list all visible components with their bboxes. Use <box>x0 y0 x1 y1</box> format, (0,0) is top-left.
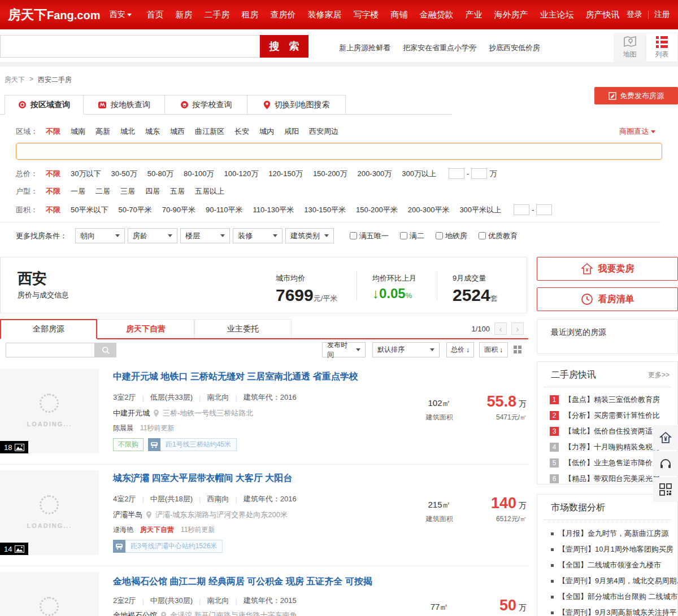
checkbox-five-years-unique[interactable]: 满五唯一 <box>350 231 389 241</box>
promo-link-new[interactable]: 新上房源抢鲜看 <box>339 43 390 53</box>
search-button[interactable]: 搜 索 <box>260 35 308 58</box>
community-link[interactable]: 中建开元城 <box>113 408 150 418</box>
grid-view-icon[interactable] <box>514 346 522 354</box>
district-option[interactable]: 咸阳 <box>284 126 299 137</box>
next-page-button[interactable]: › <box>511 322 524 335</box>
layout-option-unlimited[interactable]: 不限 <box>46 186 60 196</box>
keyword-filter-input[interactable] <box>6 343 95 357</box>
float-sell-house-button[interactable]: ¥ <box>653 425 678 450</box>
list-view-button[interactable]: 列表 <box>646 33 678 62</box>
price-option-unlimited[interactable]: 不限 <box>46 169 60 179</box>
community-link[interactable]: 金地褐石公馆 <box>113 610 157 616</box>
nav-item-news[interactable]: 房产快讯 <box>585 10 619 20</box>
district-option[interactable]: 城西 <box>170 126 185 137</box>
checkbox[interactable] <box>436 232 443 239</box>
market-item[interactable]: 【壹周刊】9月3周高新城东关注持平 <box>537 605 677 616</box>
district-option[interactable]: 城内 <box>259 126 274 137</box>
area-option[interactable]: 50平米以下 <box>71 205 108 215</box>
area-option[interactable]: 90-110平米 <box>206 205 243 215</box>
district-option[interactable]: 长安 <box>234 126 249 137</box>
area-max-input[interactable] <box>536 204 552 215</box>
tab-search-by-metro[interactable]: 按地铁查询 <box>84 95 165 115</box>
layout-option[interactable]: 五居 <box>170 186 185 196</box>
layout-option[interactable]: 三居 <box>120 186 135 196</box>
building-type-select[interactable]: 建筑类别 <box>285 228 334 243</box>
nav-item-overseas[interactable]: 海外房产 <box>494 10 528 20</box>
checkbox-near-metro[interactable]: 地铁房 <box>436 231 467 241</box>
news-item[interactable]: 2【分析】买房需要计算性价比 <box>537 408 677 423</box>
checkbox-quality-education[interactable]: 优质教育 <box>479 231 518 241</box>
area-option[interactable]: 50-70平米 <box>118 205 151 215</box>
floor-select[interactable]: 楼层 <box>180 228 230 243</box>
building-age-select[interactable]: 房龄 <box>128 228 177 243</box>
city-switcher[interactable]: 西安 <box>109 10 132 20</box>
listing-title[interactable]: 金地褐石公馆 曲江二期 经典两居 可公积金 现房 五证齐全 可按揭 <box>113 576 372 588</box>
listing-photo[interactable]: LOADING... 14 <box>0 470 99 555</box>
district-option[interactable]: 城南 <box>71 126 85 137</box>
orientation-select[interactable]: 朝向 <box>75 228 125 243</box>
price-option[interactable]: 50-80万 <box>147 169 173 179</box>
news-more-link[interactable]: 更多>> <box>648 370 670 380</box>
layout-option[interactable]: 五居以上 <box>195 186 224 196</box>
checkbox[interactable] <box>479 232 486 239</box>
checkbox-two-years[interactable]: 满二 <box>400 231 424 241</box>
tab-self-operated[interactable]: 房天下自营 <box>97 319 194 338</box>
search-input[interactable] <box>0 35 260 58</box>
area-option[interactable]: 150-200平米 <box>356 205 398 215</box>
district-option[interactable]: 高新 <box>95 126 110 137</box>
price-option[interactable]: 100-120万 <box>224 169 258 179</box>
nav-item-shop[interactable]: 商铺 <box>390 10 407 20</box>
nav-item-home-deco[interactable]: 装修家居 <box>307 10 341 20</box>
map-view-button[interactable]: 地图 <box>614 33 646 62</box>
metro-distance-tag[interactable]: 距1号线三桥站约45米 <box>148 438 237 451</box>
community-link[interactable]: 浐灞半岛 <box>113 510 142 520</box>
market-item[interactable]: 【壹周刊】10月1周外地客团购买房 <box>537 541 677 557</box>
publish-listing-button[interactable]: 免费发布房源 <box>594 87 678 104</box>
tab-owner-entrusted[interactable]: 业主委托 <box>194 319 292 338</box>
nav-item-bbs[interactable]: 业主论坛 <box>540 10 573 20</box>
float-qr-code-button[interactable] <box>653 477 678 502</box>
promo-link-school[interactable]: 把家安在省重点小学旁 <box>403 43 476 53</box>
keyword-filter-button[interactable] <box>95 343 116 357</box>
price-option[interactable]: 30万以下 <box>71 169 101 179</box>
district-option[interactable]: 城东 <box>145 126 160 137</box>
tab-search-by-school[interactable]: 按学校查询 <box>165 95 247 115</box>
price-max-input[interactable] <box>471 168 487 179</box>
area-option[interactable]: 300平米以上 <box>459 205 501 215</box>
breadcrumb-home[interactable]: 房天下 <box>5 75 25 85</box>
news-item[interactable]: 1【盘点】精装三室低价教育房 <box>537 392 677 408</box>
market-item[interactable]: 【全国】二线城市领涨金九楼市 <box>537 557 677 573</box>
price-option[interactable]: 300万以上 <box>402 169 436 179</box>
listing-title[interactable]: 城东浐灞 四室大平层带衣帽间 大客厅 大阳台 <box>113 473 292 484</box>
price-option[interactable]: 200-300万 <box>358 169 392 179</box>
price-option[interactable]: 30-50万 <box>111 169 137 179</box>
price-option[interactable]: 80-100万 <box>184 169 214 179</box>
district-option[interactable]: 曲江新区 <box>195 126 224 137</box>
area-min-input[interactable] <box>514 204 529 215</box>
promo-link-lowprice[interactable]: 抄底西安低价房 <box>489 43 540 53</box>
nav-item-esf[interactable]: 二手房 <box>204 10 229 20</box>
agent-name[interactable]: 陈晨晨 <box>113 423 133 433</box>
district-option[interactable]: 西安周边 <box>309 126 338 137</box>
prev-page-button[interactable]: ‹ <box>494 322 507 335</box>
tab-switch-to-map-search[interactable]: 切换到地图搜索 <box>247 95 346 115</box>
price-min-input[interactable] <box>449 168 464 179</box>
checkbox[interactable] <box>350 232 357 239</box>
sort-area[interactable]: 面积↓ <box>479 342 508 357</box>
decoration-select[interactable]: 装修 <box>233 228 282 243</box>
listing-title[interactable]: 中建开元城 地铁口 三桥站无缝对 三居室南北通透 省重点学校 <box>113 371 358 383</box>
watch-list-button[interactable]: 看房清单 <box>537 287 678 311</box>
tab-all-listings[interactable]: 全部房源 <box>0 319 97 339</box>
price-option[interactable]: 150-200万 <box>313 169 347 179</box>
nav-item-home[interactable]: 首页 <box>146 10 163 20</box>
area-option[interactable]: 70-90平米 <box>162 205 195 215</box>
register-link[interactable]: 注册 <box>654 10 670 20</box>
layout-option[interactable]: 二居 <box>95 186 110 196</box>
nav-item-newhouse[interactable]: 新房 <box>175 10 192 20</box>
price-option[interactable]: 120-150万 <box>268 169 303 179</box>
login-link[interactable]: 登录 <box>627 10 642 20</box>
float-customer-service-button[interactable] <box>653 451 678 476</box>
nav-item-price[interactable]: 查房价 <box>270 10 295 20</box>
nav-item-finance[interactable]: 金融贷款 <box>419 10 453 20</box>
business-area-link[interactable]: 商圈直达 <box>619 126 655 137</box>
